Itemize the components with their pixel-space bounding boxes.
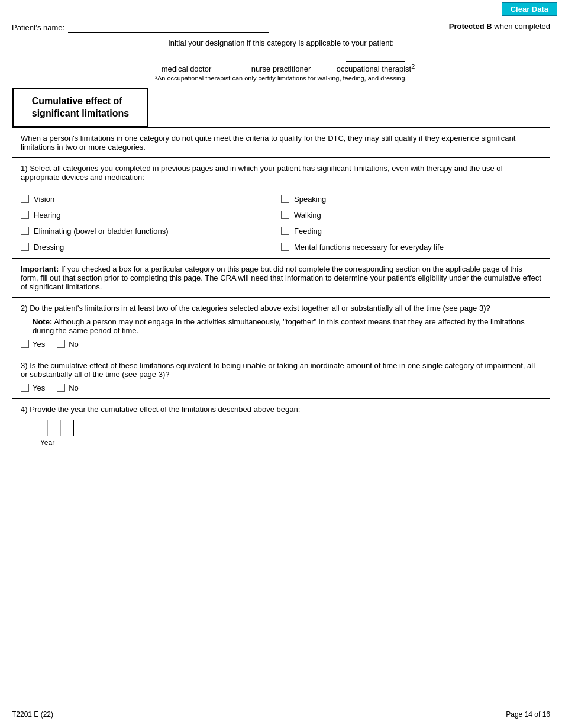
year-box-inner bbox=[21, 420, 73, 436]
vision-label: Vision bbox=[34, 195, 54, 204]
header-area: Patient's name: Protected B when complet… bbox=[0, 18, 562, 35]
checkbox-feeding: Feeding bbox=[281, 225, 541, 237]
year-cell-4 bbox=[61, 420, 73, 436]
q3-no-checkbox[interactable] bbox=[57, 384, 65, 392]
hearing-label: Hearing bbox=[34, 211, 61, 220]
designation-occupational-therapist: occupational therapist2 bbox=[328, 51, 423, 73]
important-label: Important: bbox=[21, 265, 59, 273]
footnote: ²An occupational therapist can only cert… bbox=[0, 75, 562, 84]
year-cell-3 bbox=[48, 420, 61, 436]
important-text: If you checked a box for a particular ca… bbox=[21, 265, 541, 291]
q2-no-checkbox[interactable] bbox=[57, 340, 65, 348]
initial-instruction: Initial your designation if this categor… bbox=[168, 38, 394, 47]
eliminating-checkbox[interactable] bbox=[21, 227, 29, 235]
checkbox-grid: Vision Speaking Hearing Walking Eliminat… bbox=[12, 188, 550, 259]
vision-checkbox[interactable] bbox=[21, 195, 29, 203]
footer-right: Page 14 of 16 bbox=[506, 710, 550, 719]
q3-no-label: No bbox=[69, 384, 79, 392]
title-box: Cumulative effect ofsignificant limitati… bbox=[12, 88, 148, 127]
walking-label: Walking bbox=[294, 211, 321, 220]
question-2-section: 2) Do the patient's limitations in at le… bbox=[12, 298, 550, 355]
year-box[interactable] bbox=[21, 420, 74, 436]
q3-yes-item: Yes bbox=[21, 384, 45, 392]
q2-yes-label: Yes bbox=[33, 340, 45, 349]
question-2-yes-no: Yes No bbox=[21, 340, 541, 349]
footer: T2201 E (22) Page 14 of 16 bbox=[0, 710, 562, 719]
occupational-therapist-line[interactable] bbox=[346, 51, 405, 62]
question-1-text: 1) Select all categories you completed i… bbox=[12, 158, 550, 188]
initial-designation-row: Initial your designation if this categor… bbox=[0, 35, 562, 50]
important-section: Important: If you checked a box for a pa… bbox=[12, 259, 550, 298]
footer-left: T2201 E (22) bbox=[12, 710, 53, 719]
question-4-section: 4) Provide the year the cumulative effec… bbox=[12, 399, 550, 453]
feeding-checkbox[interactable] bbox=[281, 227, 289, 235]
checkbox-speaking: Speaking bbox=[281, 193, 541, 205]
dressing-checkbox[interactable] bbox=[21, 243, 29, 251]
question-4-text: 4) Provide the year the cumulative effec… bbox=[21, 405, 541, 414]
question-3-section: 3) Is the cumulative effect of these lim… bbox=[12, 355, 550, 399]
hearing-checkbox[interactable] bbox=[21, 211, 29, 219]
footnote-text: ²An occupational therapist can only cert… bbox=[155, 75, 407, 82]
question-3-text: 3) Is the cumulative effect of these lim… bbox=[21, 361, 541, 379]
question-2-text: 2) Do the patient's limitations in at le… bbox=[21, 304, 541, 313]
mental-functions-label: Mental functions necessary for everyday … bbox=[294, 243, 444, 252]
patient-name-label: Patient's name: bbox=[12, 23, 64, 32]
patient-name-row: Patient's name: bbox=[12, 22, 269, 33]
q2-no-item: No bbox=[57, 340, 79, 349]
year-box-container: Year bbox=[21, 420, 541, 447]
intro-text: When a person's limitations in one categ… bbox=[12, 128, 550, 158]
eliminating-label: Eliminating (bowel or bladder functions) bbox=[34, 227, 169, 236]
protected-b: Protected B when completed bbox=[449, 22, 550, 31]
question-2-note: Note: Although a person may not engage i… bbox=[21, 317, 541, 335]
designation-nurse-practitioner: nurse practitioner bbox=[234, 53, 328, 73]
checkbox-eliminating: Eliminating (bowel or bladder functions) bbox=[21, 225, 281, 237]
checkbox-mental-functions: Mental functions necessary for everyday … bbox=[281, 241, 541, 253]
medical-doctor-label: medical doctor bbox=[162, 65, 212, 73]
q3-yes-checkbox[interactable] bbox=[21, 384, 29, 392]
speaking-label: Speaking bbox=[294, 195, 326, 204]
mental-functions-checkbox[interactable] bbox=[281, 243, 289, 251]
note-label: Note: bbox=[33, 317, 52, 326]
nurse-practitioner-label: nurse practitioner bbox=[251, 65, 311, 73]
clear-data-button[interactable]: Clear Data bbox=[502, 2, 557, 16]
top-bar: Clear Data bbox=[0, 0, 562, 18]
q3-no-item: No bbox=[57, 384, 79, 392]
year-cell-1 bbox=[21, 420, 34, 436]
protected-b-label: Protected B bbox=[449, 22, 492, 31]
feeding-label: Feeding bbox=[294, 227, 322, 236]
note-text: Although a person may not engage in the … bbox=[33, 317, 525, 335]
walking-checkbox[interactable] bbox=[281, 211, 289, 219]
checkbox-dressing: Dressing bbox=[21, 241, 281, 253]
year-label: Year bbox=[21, 439, 74, 447]
q2-yes-item: Yes bbox=[21, 340, 45, 349]
q2-yes-checkbox[interactable] bbox=[21, 340, 29, 348]
speaking-checkbox[interactable] bbox=[281, 195, 289, 203]
q3-yes-label: Yes bbox=[33, 384, 45, 392]
medical-doctor-line[interactable] bbox=[157, 53, 216, 63]
q2-no-label: No bbox=[69, 340, 79, 349]
main-content-box: Cumulative effect ofsignificant limitati… bbox=[12, 88, 550, 453]
dressing-label: Dressing bbox=[34, 243, 64, 252]
question-3-yes-no: Yes No bbox=[21, 384, 541, 392]
year-cell-2 bbox=[34, 420, 47, 436]
occupational-therapist-label: occupational therapist2 bbox=[337, 63, 415, 73]
checkbox-hearing: Hearing bbox=[21, 209, 281, 221]
patient-name-field[interactable] bbox=[68, 22, 269, 33]
superscript-2: 2 bbox=[411, 63, 415, 70]
title-section: Cumulative effect ofsignificant limitati… bbox=[12, 88, 550, 128]
when-completed-text: when completed bbox=[494, 22, 550, 31]
nurse-practitioner-line[interactable] bbox=[251, 53, 311, 63]
section-title: Cumulative effect ofsignificant limitati… bbox=[32, 95, 129, 120]
checkbox-vision: Vision bbox=[21, 193, 281, 205]
checkbox-walking: Walking bbox=[281, 209, 541, 221]
designation-row: medical doctor nurse practitioner occupa… bbox=[0, 50, 562, 75]
designation-medical-doctor: medical doctor bbox=[139, 53, 234, 73]
